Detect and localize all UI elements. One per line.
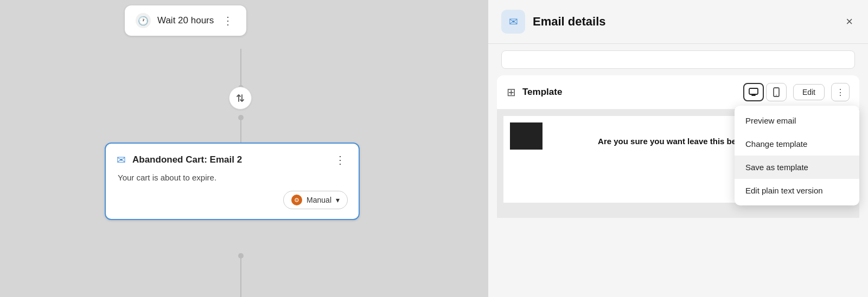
email-icon: ✉: [117, 153, 126, 166]
wait-node-title: Wait 20 hours: [157, 15, 214, 26]
more-options-button[interactable]: ⋮: [831, 83, 850, 101]
panel-email-icon: ✉: [501, 10, 525, 34]
preview-image-rect: [510, 122, 542, 150]
email-node-title: Abandoned Cart: Email 2: [132, 154, 326, 165]
svg-point-2: [776, 95, 777, 96]
dropdown-item-edit-plain-text[interactable]: Edit plain text version: [735, 179, 859, 202]
clock-icon: 🕐: [136, 13, 151, 28]
mobile-view-button[interactable]: [766, 83, 787, 101]
email-node-menu-button[interactable]: ⋮: [333, 153, 348, 166]
wait-node-menu-button[interactable]: ⋮: [220, 14, 235, 27]
sort-button[interactable]: [229, 87, 252, 109]
dropdown-item-preview-email[interactable]: Preview email: [735, 109, 859, 132]
chevron-icon: ▾: [336, 196, 340, 204]
manual-label: Manual: [307, 196, 331, 204]
template-icon: ⊞: [507, 86, 516, 99]
dropdown-menu: Preview email Change template Save as te…: [735, 106, 859, 205]
panel-search-area: [488, 44, 868, 75]
template-header: ⊞ Template Edit ⋮: [497, 75, 859, 109]
connector-line-1: [240, 49, 241, 87]
panel-header: ✉ Email details ×: [488, 0, 868, 44]
email-node-header: ✉ Abandoned Cart: Email 2 ⋮: [117, 153, 348, 166]
arrows-icon: [235, 93, 246, 104]
view-buttons: [743, 83, 787, 101]
manual-icon: ⚙: [291, 195, 302, 205]
dropdown-item-change-template[interactable]: Change template: [735, 132, 859, 156]
template-label: Template: [522, 87, 737, 98]
svg-rect-0: [749, 88, 758, 94]
connector-line-2: [240, 118, 241, 143]
mobile-icon: [773, 87, 780, 97]
dropdown-item-save-as-template[interactable]: Save as template: [735, 156, 859, 179]
connector-line-3: [240, 256, 241, 297]
canvas-area: 🕐 Wait 20 hours ⋮ ✉ Abandoned Cart: Emai…: [0, 0, 488, 297]
desktop-icon: [749, 88, 758, 96]
email-node-body: Your cart is about to expire.: [117, 173, 348, 182]
email-node: ✉ Abandoned Cart: Email 2 ⋮ Your cart is…: [105, 143, 360, 220]
manual-button[interactable]: ⚙ Manual ▾: [283, 191, 348, 209]
edit-button[interactable]: Edit: [793, 84, 825, 100]
template-section: ⊞ Template Edit ⋮: [497, 75, 859, 218]
wait-node: 🕐 Wait 20 hours ⋮: [125, 5, 246, 36]
desktop-view-button[interactable]: [743, 83, 764, 101]
right-panel: ✉ Email details × ⊞ Template: [488, 0, 868, 297]
search-input[interactable]: [501, 50, 855, 69]
panel-close-button[interactable]: ×: [844, 12, 855, 31]
panel-title: Email details: [533, 15, 836, 29]
